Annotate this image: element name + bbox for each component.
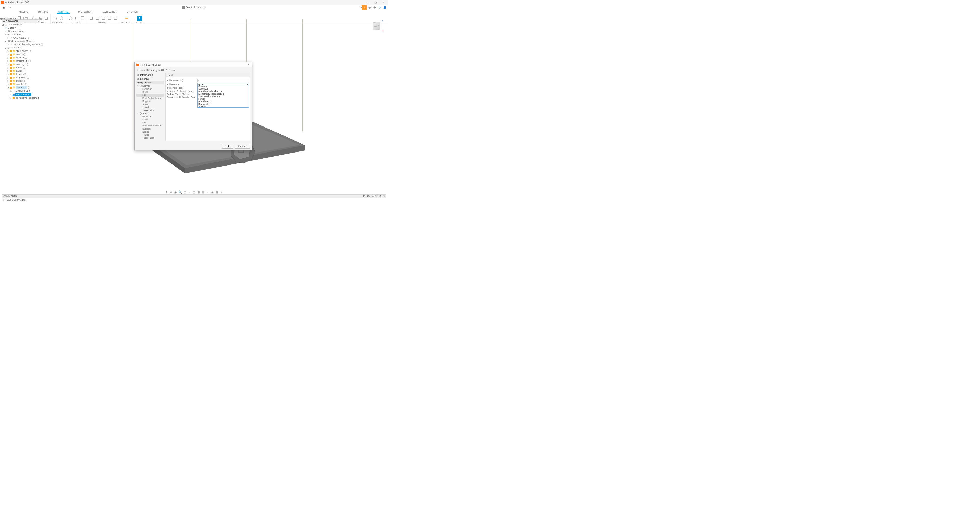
nav-normal-infill[interactable]: Infill [136, 94, 164, 97]
tree-op-8[interactable]: ▷📁magazine [2, 76, 53, 79]
viewcube[interactable]: z FRONT x [370, 21, 383, 33]
orient-icon[interactable] [44, 16, 49, 21]
opt-squares[interactable]: Squares [197, 85, 248, 87]
tree-op-9[interactable]: ▷📁bullet [2, 79, 53, 83]
tree-models[interactable]: ◢👁▫Models [2, 33, 53, 36]
simulate-icon[interactable] [74, 16, 79, 21]
opt-auxetic[interactable]: Auxetic [197, 105, 248, 108]
nav-grid-icon[interactable]: ▦ [197, 190, 200, 194]
tab-utilities[interactable]: UTILITIES [126, 10, 138, 14]
nav-information[interactable]: Information [136, 73, 164, 77]
manage-2-icon[interactable] [95, 16, 100, 21]
post-icon[interactable] [80, 16, 85, 21]
opt-elongated[interactable]: ElongatedDodecahedron [197, 92, 248, 95]
nav-strong-speed[interactable]: Speed [136, 130, 164, 133]
opt-rhombille[interactable]: Rhomibille [197, 103, 248, 105]
opt-spherical[interactable]: Spherical [197, 87, 248, 90]
pattern-dropdown[interactable]: Squares Spherical RhombicDodecahedron El… [197, 85, 249, 108]
user-avatar[interactable]: 👤 [382, 5, 387, 10]
nav-normal-support[interactable]: Support [136, 100, 164, 103]
nav-normal-speed[interactable]: Speed [136, 103, 164, 106]
viewcube-face[interactable]: FRONT [372, 22, 380, 30]
nav-strong-adhesion[interactable]: Print Bed Adhesion [136, 124, 164, 127]
dialog-close-button[interactable]: ✕ [247, 63, 250, 66]
tree-manuf-model1[interactable]: ▷👁▤Manufacturing Model 1 [2, 43, 53, 46]
opt-rhombus3d[interactable]: Rhombus3D [197, 100, 248, 103]
manage-5-icon[interactable] [113, 16, 118, 21]
text-commands-bar[interactable]: ▷ TEXT COMMANDS [2, 198, 386, 202]
nav-normal-adhesion[interactable]: Print Bed Adhesion [136, 97, 164, 100]
tree-machine[interactable]: 👁🖨Alfawise U20 [2, 89, 53, 92]
tree-material[interactable]: ▷ABS 1.75mm [2, 92, 53, 97]
tree-op-6[interactable]: ▷📁barrel [2, 69, 53, 73]
nav-normal-travel[interactable]: Travel [136, 106, 164, 109]
nav-normal-extrusion[interactable]: Extrusion [136, 87, 164, 90]
support-bar-icon[interactable] [52, 16, 58, 21]
nav-zoom-icon[interactable]: 🔍 [178, 190, 182, 194]
nav-extras-icon[interactable]: ✦ [220, 190, 223, 194]
tab-additive[interactable]: ADDITIVE [57, 10, 70, 14]
nav-strong-support[interactable]: Support [136, 127, 164, 130]
opt-truncated[interactable]: TruncatedOctahedron [197, 95, 248, 98]
tab-fabrication[interactable]: FABRICATION [101, 10, 118, 14]
nav-body-presets[interactable]: Body Presets [136, 81, 164, 84]
help-button[interactable]: ? [377, 5, 382, 10]
nav-normal-tessellation[interactable]: Tessellation [136, 109, 164, 112]
close-button[interactable]: ✕ [379, 0, 387, 5]
tab-milling[interactable]: MILLING [18, 10, 29, 14]
tree-manuf-models[interactable]: ◢▤Manufacturing Models [2, 40, 53, 43]
minimize-button[interactable]: — [364, 0, 372, 5]
tab-turning[interactable]: TURNING [37, 10, 49, 14]
tree-op-1[interactable]: ▷📁details [2, 53, 53, 56]
tree-op-0[interactable]: ▷📁slide_cover [2, 49, 53, 53]
tree-op-2[interactable]: ▷📁innsight [2, 56, 53, 59]
generate-icon[interactable] [68, 16, 73, 21]
nav-normal-shell[interactable]: Shell [136, 90, 164, 94]
nav-pan-icon[interactable]: ✥ [169, 190, 173, 194]
extensions-button[interactable]: ◐ [367, 5, 372, 10]
maximize-button[interactable]: ▢ [372, 0, 379, 5]
manage-1-icon[interactable] [89, 16, 94, 21]
nav-strong-shell[interactable]: Shell [136, 118, 164, 121]
gear-icon[interactable]: ⚙ [379, 195, 382, 198]
nav-normal[interactable]: Normal [136, 84, 164, 87]
nav-strong-infill[interactable]: Infill [136, 121, 164, 124]
comments-dot[interactable] [383, 195, 385, 197]
tree-cam-root1[interactable]: ▷▫CAM Root:1 [2, 36, 53, 40]
manage-4-icon[interactable] [107, 16, 112, 21]
cancel-button[interactable]: Cancel [234, 144, 250, 149]
dialog-titlebar[interactable]: Print Setting Editor ✕ [135, 62, 251, 67]
nav-layers-icon[interactable]: ▦ [215, 190, 219, 194]
notifications-button[interactable]: ⬣ [372, 5, 377, 10]
tree-named-views[interactable]: ▷▤Named Views [2, 30, 53, 33]
tree-setup12[interactable]: ◢📁Setup12 [2, 86, 53, 89]
tree-toolpath[interactable]: ▷▤Additive Toolpath12 [2, 97, 53, 100]
nav-fit-icon[interactable]: ▢ [183, 190, 186, 194]
file-menu-icon[interactable]: ▾ [8, 5, 13, 10]
tree-setups[interactable]: ◢👁▫Setups [2, 46, 53, 49]
nav-strong-tessellation[interactable]: Tessellation [136, 137, 164, 140]
nav-look-icon[interactable]: ◉ [174, 190, 177, 194]
browser-collapse-icon[interactable]: ◂◂ [3, 20, 5, 22]
app-menu-icon[interactable]: ▦ [1, 5, 6, 10]
browser-header[interactable]: ◂◂ BROWSER [2, 19, 40, 23]
tab-inspection[interactable]: INSPECTION [77, 10, 94, 14]
ok-button[interactable]: OK [221, 144, 233, 149]
new-tab-button[interactable]: + [362, 5, 367, 10]
nav-display-icon[interactable]: ▢ [192, 190, 196, 194]
nav-viewport-icon[interactable]: ▤ [201, 190, 205, 194]
tree-op-7[interactable]: ▷📁trigger [2, 73, 53, 76]
comments-bar[interactable]: COMMENTS PrintSetting12 ⚙ [2, 194, 386, 198]
tree-units[interactable]: 📄Units: in [2, 26, 53, 30]
section-header[interactable]: ▾Infill [165, 73, 250, 77]
tree-op-10[interactable]: ▷📁gun_full [2, 83, 53, 86]
nav-strong[interactable]: Strong [136, 112, 164, 115]
tree-op-3[interactable]: ▷📁innsight (2) [2, 59, 53, 63]
support-volume-icon[interactable] [59, 16, 64, 21]
opt-rhombic[interactable]: RhombicDodecahedron [197, 90, 248, 92]
nav-strong-travel[interactable]: Travel [136, 133, 164, 137]
tree-root[interactable]: ◢👁▫CAM Root [2, 23, 53, 26]
opt-flower[interactable]: Flower [197, 98, 248, 100]
tree-op-5[interactable]: ▷📁frame [2, 66, 53, 69]
nav-strong-extrusion[interactable]: Extrusion [136, 115, 164, 118]
